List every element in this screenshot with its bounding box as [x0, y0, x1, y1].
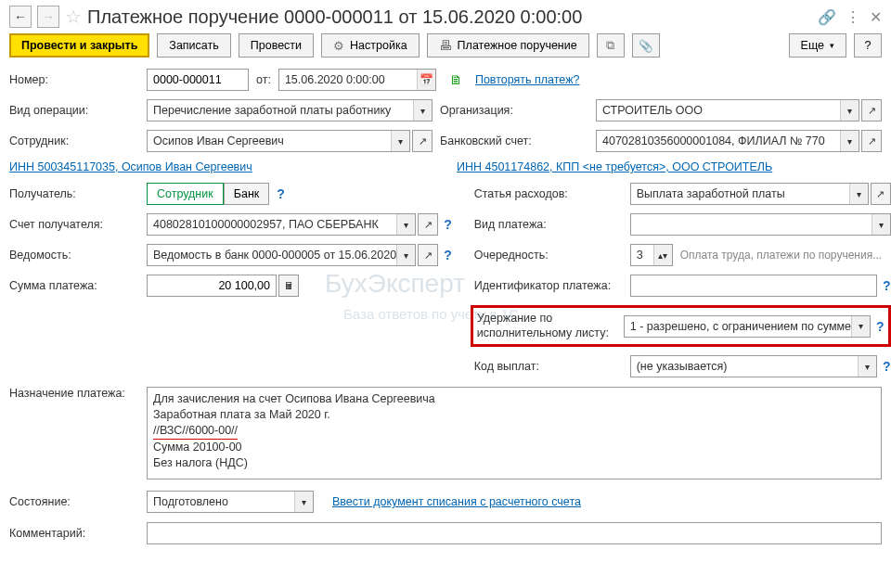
- kebab-menu-icon[interactable]: ⋮: [846, 8, 860, 26]
- help-button[interactable]: ?: [854, 33, 882, 58]
- nav-back-button[interactable]: ←: [9, 6, 32, 28]
- purpose-label: Назначение платежа:: [9, 387, 139, 400]
- purpose-textarea[interactable]: Для зачисления на счет Осипова Ивана Сер…: [147, 387, 882, 479]
- open-bank-account-button[interactable]: ↗: [861, 130, 882, 152]
- withholding-highlight: Удержание по исполнительному листу: 1 - …: [471, 305, 891, 347]
- structure-icon: [606, 39, 614, 53]
- attach-button[interactable]: [632, 33, 660, 58]
- chevron-down-icon[interactable]: ▾: [851, 316, 870, 337]
- chevron-down-icon[interactable]: ▾: [840, 100, 859, 121]
- recipient-account-select[interactable]: 40802810100000002957, ПАО СБЕРБАНК ▾: [147, 213, 416, 236]
- segment-employee[interactable]: Сотрудник: [147, 183, 224, 205]
- structure-button[interactable]: [597, 33, 625, 58]
- save-button[interactable]: Записать: [157, 33, 230, 58]
- link-icon[interactable]: 🔗: [818, 8, 836, 26]
- amount-calc-button[interactable]: 🖩: [278, 275, 299, 297]
- print-icon: [439, 38, 452, 53]
- number-label: Номер:: [9, 73, 139, 86]
- state-select[interactable]: Подготовлено ▾: [147, 491, 314, 513]
- favorite-star-icon[interactable]: ☆: [65, 6, 82, 28]
- employee-select[interactable]: Осипов Иван Сергеевич ▾: [147, 130, 410, 152]
- amount-input[interactable]: [147, 275, 277, 297]
- chevron-down-icon[interactable]: ▾: [396, 214, 415, 235]
- expense-label: Статья расходов:: [474, 187, 623, 200]
- paycode-label: Код выплат:: [474, 360, 623, 373]
- vzs-marker: //ВЗС//6000-00//: [153, 423, 238, 440]
- segment-bank[interactable]: Банк: [224, 183, 270, 205]
- help-icon[interactable]: ?: [883, 359, 891, 374]
- employee-label: Сотрудник:: [9, 134, 139, 147]
- chevron-down-icon[interactable]: ▾: [840, 131, 859, 151]
- state-label: Состояние:: [9, 495, 139, 508]
- help-icon[interactable]: ?: [876, 319, 885, 334]
- nav-forward-button: →: [37, 6, 59, 28]
- op-type-select[interactable]: Перечисление заработной платы работнику …: [147, 99, 433, 121]
- help-icon[interactable]: ?: [444, 248, 452, 262]
- op-type-label: Вид операции:: [9, 104, 139, 117]
- order-select[interactable]: 3 ▴▾: [630, 244, 673, 266]
- identifier-label: Идентификатор платежа:: [474, 279, 623, 292]
- repeat-doc-icon[interactable]: 🗎: [449, 72, 462, 87]
- help-icon[interactable]: ?: [883, 278, 891, 293]
- org-select[interactable]: СТРОИТЕЛЬ ООО ▾: [596, 99, 859, 121]
- recipient-label: Получатель:: [9, 187, 139, 200]
- settings-button[interactable]: Настройка: [321, 33, 420, 58]
- comment-label: Комментарий:: [9, 527, 139, 540]
- open-recipient-account-button[interactable]: ↗: [418, 213, 438, 236]
- open-employee-button[interactable]: ↗: [412, 130, 433, 152]
- help-icon[interactable]: ?: [444, 217, 452, 232]
- expense-select[interactable]: Выплата заработной платы ▾: [630, 183, 869, 205]
- titlebar: ← → ☆ Платежное поручение 0000-000011 от…: [9, 6, 882, 28]
- window-title: Платежное поручение 0000-000011 от 15.06…: [87, 6, 812, 28]
- recipient-segmented: Сотрудник Банк: [147, 183, 269, 205]
- repeat-payment-link[interactable]: Повторять платеж?: [475, 73, 580, 86]
- open-sheet-button[interactable]: ↗: [418, 244, 438, 266]
- chevron-down-icon[interactable]: ▾: [872, 214, 890, 235]
- inn-employee-link[interactable]: ИНН 500345117035, Осипов Иван Сергеевич: [9, 160, 252, 173]
- help-icon[interactable]: ?: [277, 186, 285, 201]
- chevron-down-icon[interactable]: ▾: [396, 245, 415, 265]
- number-input[interactable]: [147, 69, 249, 91]
- print-button[interactable]: Платежное поручение: [427, 33, 589, 58]
- chevron-down-icon[interactable]: ▾: [849, 184, 868, 204]
- identifier-input[interactable]: [630, 275, 877, 297]
- chevron-down-icon[interactable]: ▾: [294, 492, 313, 512]
- post-button[interactable]: Провести: [239, 33, 314, 58]
- comment-input[interactable]: [147, 522, 882, 544]
- sheet-select[interactable]: Ведомость в банк 0000-000005 от 15.06.20…: [147, 244, 416, 266]
- post-and-close-button[interactable]: Провести и закрыть: [9, 33, 149, 58]
- close-icon[interactable]: ✕: [870, 8, 882, 26]
- gear-icon: [333, 39, 344, 53]
- org-label: Организация:: [440, 104, 588, 117]
- chevron-down-icon[interactable]: ▾: [858, 356, 876, 377]
- inn-org-link[interactable]: ИНН 4501174862, КПП <не требуется>, ООО …: [457, 160, 772, 173]
- more-button[interactable]: Еще ▾: [789, 33, 846, 58]
- chevron-down-icon[interactable]: ▾: [413, 100, 432, 121]
- chevron-down-icon[interactable]: ▾: [391, 131, 409, 151]
- order-label: Очередность:: [474, 249, 623, 262]
- withholding-label: Удержание по исполнительному листу:: [477, 312, 616, 340]
- payment-type-label: Вид платежа:: [474, 218, 623, 231]
- open-org-button[interactable]: ↗: [861, 99, 882, 121]
- paycode-select[interactable]: (не указывается) ▾: [630, 355, 877, 377]
- amount-label: Сумма платежа:: [9, 279, 139, 292]
- bank-account-select[interactable]: 40702810356000001084, ФИЛИАЛ № 770 ▾: [596, 130, 859, 152]
- calendar-icon[interactable]: 📅: [417, 70, 435, 90]
- open-expense-button[interactable]: ↗: [871, 183, 891, 205]
- withholding-select[interactable]: 1 - разрешено, с ограничением по сумме ▾: [624, 315, 871, 338]
- payment-type-select[interactable]: ▾: [630, 213, 891, 236]
- attach-icon: [639, 39, 653, 53]
- order-hint: Оплата труда, платежи по поручения...: [680, 249, 882, 262]
- sheet-label: Ведомость:: [9, 249, 139, 262]
- date-from-label: от:: [256, 73, 271, 86]
- recipient-account-label: Счет получателя:: [9, 218, 139, 231]
- bank-account-label: Банковский счет:: [440, 134, 588, 147]
- enter-writeoff-link[interactable]: Ввести документ списания с расчетного сч…: [332, 495, 581, 508]
- toolbar: Провести и закрыть Записать Провести Нас…: [9, 33, 882, 58]
- date-input[interactable]: 15.06.2020 0:00:00 📅: [278, 69, 436, 91]
- stepper-button[interactable]: ▴▾: [653, 245, 672, 265]
